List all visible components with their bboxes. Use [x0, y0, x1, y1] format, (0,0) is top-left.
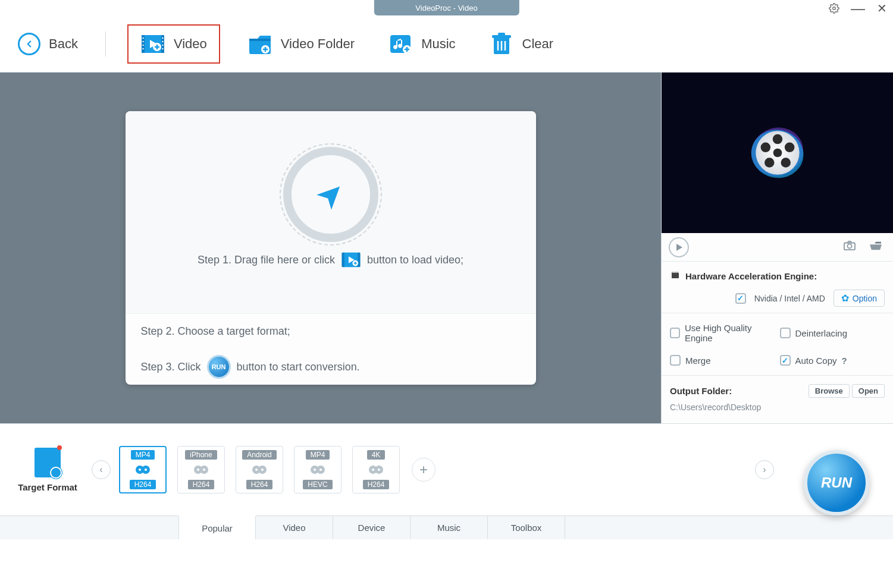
hw-vendors-label: Nvidia / Intel / AMD [754, 294, 825, 303]
svg-rect-14 [249, 39, 271, 41]
autocopy-help-icon[interactable]: ? [842, 356, 847, 366]
format-reel-icon [309, 463, 326, 476]
window-title: VideoProc - Video [374, 0, 519, 15]
minimize-icon[interactable]: — [851, 2, 864, 15]
svg-rect-20 [498, 33, 505, 36]
hw-option-button[interactable]: ✿ Option [834, 290, 885, 307]
format-top-label: MP4 [306, 450, 330, 460]
back-button[interactable]: Back [12, 29, 84, 59]
format-bot-label: H264 [363, 480, 390, 489]
format-prev-button[interactable]: ‹ [92, 460, 111, 479]
svg-point-60 [314, 468, 316, 471]
format-bot-label: H264 [130, 480, 156, 489]
svg-point-5 [142, 40, 143, 42]
settings-icon[interactable] [828, 2, 841, 15]
autocopy-label: Auto Copy [795, 356, 837, 366]
svg-point-7 [142, 48, 143, 49]
tab-popular[interactable]: Popular [178, 515, 256, 539]
step2-row: Step 2. Choose a target format; [126, 313, 536, 349]
svg-point-53 [203, 468, 205, 471]
svg-marker-38 [676, 244, 682, 251]
clear-button[interactable]: Clear [483, 28, 560, 60]
upload-arrow-icon: ➤ [309, 174, 352, 216]
format-tabs: PopularVideoDeviceMusicToolbox [0, 515, 893, 539]
open-button[interactable]: Open [852, 384, 885, 398]
add-video-button[interactable]: Video [127, 24, 220, 64]
svg-point-36 [764, 158, 775, 168]
add-video-folder-button[interactable]: Video Folder [242, 28, 361, 60]
svg-rect-41 [672, 273, 679, 278]
svg-point-11 [162, 48, 163, 49]
svg-point-10 [162, 44, 163, 45]
music-label: Music [421, 36, 455, 52]
format-item-iphone-h264[interactable]: iPhone H264 [177, 446, 225, 493]
add-format-button[interactable]: + [412, 458, 435, 482]
tab-music[interactable]: Music [411, 516, 488, 539]
svg-point-40 [847, 244, 851, 248]
format-reel-icon [251, 463, 268, 476]
run-small-icon: RUN [207, 355, 231, 379]
svg-point-4 [142, 37, 143, 38]
preview-area [662, 73, 893, 233]
tab-toolbox[interactable]: Toolbox [488, 516, 565, 539]
step3-text-a: Step 3. Click [141, 361, 201, 373]
drop-card: ➤ Step 1. Drag file here or click button… [126, 111, 536, 385]
gear-blue-icon: ✿ [841, 293, 849, 304]
format-item-4k-h264[interactable]: 4K H264 [352, 446, 400, 493]
format-reel-icon [368, 463, 384, 476]
autocopy-checkbox[interactable] [780, 355, 791, 366]
svg-point-48 [139, 468, 141, 471]
format-item-android-h264[interactable]: Android H264 [236, 446, 283, 493]
browse-button[interactable]: Browse [809, 384, 850, 398]
deinterlacing-checkbox[interactable] [780, 328, 791, 338]
format-item-mp4-h264[interactable]: MP4 H264 [119, 446, 167, 493]
format-item-mp4-hevc[interactable]: MP4 HEVC [294, 446, 341, 493]
step3-text-b: button to start conversion. [237, 361, 360, 373]
target-format[interactable]: Target Format [12, 448, 83, 492]
svg-point-64 [372, 468, 374, 471]
hw-vendors-checkbox[interactable] [735, 293, 746, 304]
main-area: ➤ Step 1. Drag file here or click button… [0, 73, 893, 423]
divider [105, 32, 106, 56]
svg-point-6 [142, 44, 143, 45]
svg-point-57 [261, 468, 264, 471]
svg-point-9 [162, 40, 163, 42]
format-top-label: iPhone [185, 450, 217, 460]
snapshot-icon[interactable] [839, 240, 860, 254]
add-music-button[interactable]: Music [382, 28, 461, 60]
tab-video[interactable]: Video [256, 516, 333, 539]
hq-checkbox[interactable] [670, 328, 680, 338]
hw-title-text: Hardware Acceleration Engine: [685, 271, 817, 281]
svg-point-35 [781, 158, 791, 168]
tab-device[interactable]: Device [333, 516, 411, 539]
open-folder-icon[interactable] [866, 240, 886, 254]
svg-point-8 [162, 37, 163, 38]
back-arrow-icon [18, 33, 40, 55]
video-icon [140, 32, 165, 56]
play-button[interactable] [669, 237, 689, 257]
right-panel: Hardware Acceleration Engine: Nvidia / I… [661, 73, 893, 423]
format-next-button[interactable]: › [755, 460, 774, 479]
format-reel-icon [134, 463, 151, 476]
format-bar: Target Format ‹ MP4 H264iPhone H264Andro… [0, 423, 893, 515]
svg-point-33 [772, 134, 782, 144]
clear-label: Clear [522, 36, 554, 52]
format-bot-label: H264 [246, 480, 273, 489]
svg-point-34 [784, 143, 794, 153]
stage: ➤ Step 1. Drag file here or click button… [0, 73, 661, 423]
format-bot-label: HEVC [303, 480, 332, 489]
close-icon[interactable]: ✕ [875, 2, 888, 15]
chip-icon [670, 270, 681, 282]
merge-checkbox[interactable] [670, 355, 681, 366]
target-format-icon [35, 448, 61, 477]
dropzone[interactable]: ➤ Step 1. Drag file here or click button… [126, 111, 536, 313]
titlebar: VideoProc - Video — ✕ [0, 0, 893, 15]
toolbar: Back Video Video Folder Music Clear [0, 15, 893, 73]
folder-icon [247, 32, 272, 56]
svg-point-49 [145, 468, 147, 471]
output-path: C:\Users\record\Desktop [670, 403, 885, 412]
run-button[interactable]: RUN [804, 450, 869, 515]
svg-point-65 [378, 468, 380, 471]
format-top-label: 4K [367, 450, 386, 460]
hw-option-label: Option [853, 294, 877, 303]
